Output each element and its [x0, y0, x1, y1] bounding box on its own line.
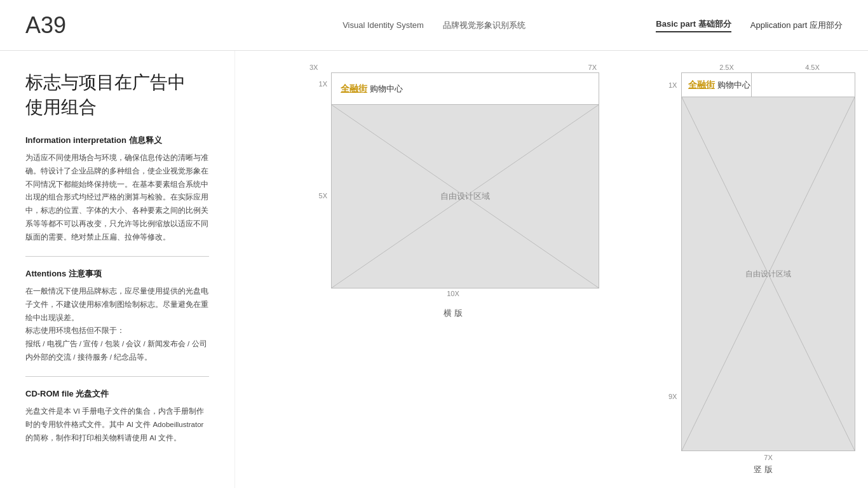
hbox-image: 自由设计区域 — [332, 105, 599, 288]
section-cdrom: CD-ROM file 光盘文件 光盘文件是本 VI 手册电子文件的集合，内含手… — [25, 388, 209, 444]
header-nav: Basic part 基础部分 Application part 应用部分 — [656, 18, 843, 32]
label-1x-left: 1X — [319, 80, 327, 88]
header-title-en: Visual Identity System — [342, 20, 424, 30]
section-title-interpretation: Information interpretation 信息释义 — [25, 135, 209, 146]
page-header: A39 Visual Identity System 品牌视觉形象识别系统 Ba… — [0, 0, 868, 51]
vbox-wrapper: 1X 9X 全融街 购物中心 — [671, 72, 855, 451]
brand-logo: 全融街 购物中心 — [341, 83, 403, 95]
vbox-top-labels: 2.5X 4.5X — [671, 64, 855, 71]
section-interpretation: Information interpretation 信息释义 为适应不同使用场… — [25, 135, 209, 243]
header-center: Visual Identity System 品牌视觉形象识别系统 — [342, 20, 526, 31]
vbox-bottom-label: 7X — [671, 454, 855, 461]
free-label-h: 自由设计区域 — [440, 191, 490, 202]
label-1x-v: 1X — [668, 81, 677, 89]
section-body-interpretation: 为适应不同使用场合与环境，确保信息传达的清晰与准确。特设计了企业品牌的多种组合，… — [25, 151, 209, 243]
hbox: 全融街 购物中心 自由设计区域 — [331, 72, 599, 288]
label-9x-v: 9X — [668, 393, 677, 400]
section-attentions: Attentions 注意事项 在一般情况下使用品牌标志，应尽量使用提供的光盘电… — [25, 268, 209, 363]
section-title-attentions: Attentions 注意事项 — [25, 268, 209, 280]
label-5x-left: 5X — [319, 192, 327, 200]
sidebar: 标志与项目在广告中使用组合 Information interpretation… — [0, 51, 235, 488]
header-title-cn: 品牌视觉形象识别系统 — [443, 20, 526, 31]
main-title: 标志与项目在广告中使用组合 — [25, 70, 209, 119]
left-labels: 1X 5X — [307, 72, 330, 288]
brand-name-cn: 购物中心 — [370, 83, 403, 95]
vbox-left-labels: 1X 9X — [668, 72, 677, 451]
vbrand-name-gold: 全融街 — [688, 79, 715, 91]
section-body-attentions: 在一般情况下使用品牌标志，应尽量使用提供的光盘电子文件，不建议使用标准制图绘制标… — [25, 285, 209, 363]
brand-name-gold: 全融街 — [341, 83, 367, 95]
section-body-cdrom: 光盘文件是本 VI 手册电子文件的集合，内含手册制作时的专用软件格式文件。其中 … — [25, 405, 209, 444]
hbox-header: 全融街 购物中心 — [332, 73, 599, 105]
horizontal-diagram: 3X 7X 1X 5X 全融街 购物中心 — [307, 64, 599, 297]
top-labels-row: 3X 7X — [307, 64, 599, 71]
center-content: 3X 7X 1X 5X 全融街 购物中心 — [235, 51, 671, 488]
page-id: A39 — [25, 12, 66, 39]
vbox: 全融街 购物中心 自由设计区域 — [681, 72, 855, 451]
section-title-cdrom: CD-ROM file 光盘文件 — [25, 388, 209, 400]
bottom-label: 10X — [307, 290, 599, 297]
horizontal-caption: 横 版 — [444, 308, 463, 319]
vbox-header: 全融街 购物中心 — [682, 73, 855, 97]
main-content: 标志与项目在广告中使用组合 Information interpretation… — [0, 51, 868, 488]
vbrand-logo: 全融街 购物中心 — [688, 79, 750, 91]
divider-2 — [25, 376, 209, 377]
nav-basic-part[interactable]: Basic part 基础部分 — [656, 18, 731, 32]
free-label-v: 自由设计区域 — [745, 269, 791, 280]
label-3x: 3X — [309, 64, 318, 71]
divider-1 — [25, 256, 209, 257]
label-10x: 10X — [447, 290, 459, 297]
label-2.5x: 2.5X — [719, 64, 734, 71]
hbox-wrapper: 1X 5X 全融街 购物中心 — [307, 72, 599, 288]
vertical-diagram-container: 2.5X 4.5X 1X 9X 全融街 购物中心 — [671, 51, 868, 488]
label-7x: 7X — [588, 64, 597, 71]
vheader-divider — [751, 73, 752, 97]
nav-application-part[interactable]: Application part 应用部分 — [750, 20, 843, 31]
vbrand-name-cn: 购物中心 — [717, 79, 750, 91]
vbox-image: 自由设计区域 — [682, 97, 855, 451]
vertical-caption: 竖 版 — [671, 464, 855, 475]
label-4.5x: 4.5X — [805, 64, 820, 71]
